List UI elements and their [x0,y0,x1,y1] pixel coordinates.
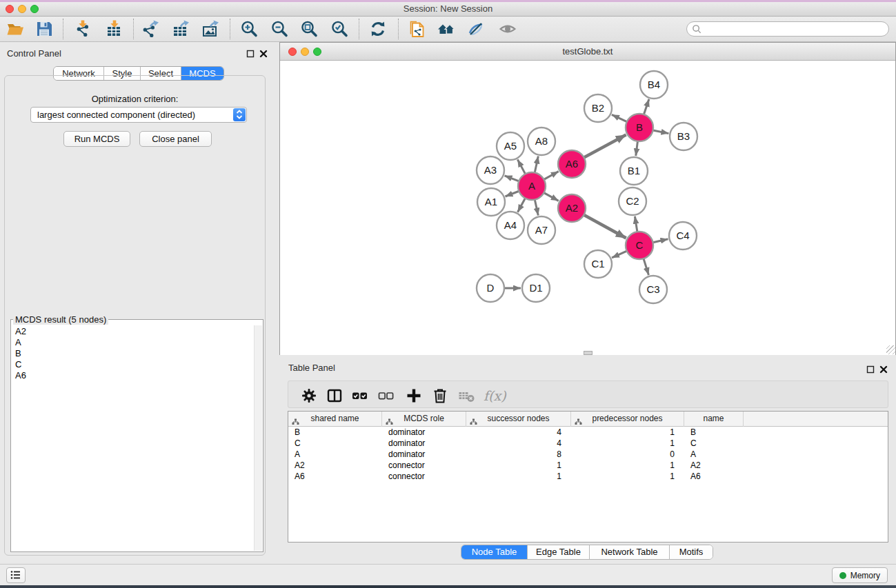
delete-columns-button[interactable] [432,387,448,404]
graph-node-A8[interactable]: A8 [528,128,555,155]
close-panel-button[interactable]: Close panel [139,131,212,147]
table-cell[interactable]: A6 [288,471,382,482]
graph-edge-B-B4[interactable] [644,99,649,114]
export-table-button[interactable] [172,20,190,38]
table-cell[interactable]: A6 [684,471,744,482]
graph-node-B3[interactable]: B3 [670,123,697,150]
tab-edge-table[interactable]: Edge Table [528,545,590,559]
graph-node-B[interactable]: B [626,114,653,141]
column-header-shared-name[interactable]: shared name [288,412,382,427]
table-cell[interactable]: A [288,449,382,460]
table-cell[interactable]: 1 [466,460,571,471]
graph-node-A1[interactable]: A1 [477,188,505,216]
open-file-button[interactable] [6,20,24,38]
graph-node-B2[interactable]: B2 [584,94,612,122]
zoom-in-button[interactable] [240,20,258,38]
graph-edge-B-B3[interactable] [653,130,669,134]
column-header-MCDS-role[interactable]: MCDS role [382,412,466,427]
graph-edge-A-A8[interactable] [535,156,538,173]
delete-table-button[interactable] [458,387,475,404]
mcds-result-item[interactable]: A2 [12,326,253,337]
show-hide-eye-button[interactable] [499,20,517,38]
table-cell[interactable]: 8 [466,449,571,460]
minimize-window-button[interactable] [18,5,26,13]
table-cell[interactable]: B [288,427,382,438]
network-canvas[interactable]: B4B2BB3A8A5A6A3B1AA1C2A2A4A7C4CC1DD1C3 [280,61,895,355]
table-cell[interactable]: 0 [571,449,684,460]
table-cell[interactable]: 1 [571,471,684,482]
zoom-fit-button[interactable] [300,20,318,38]
graph-node-C1[interactable]: C1 [584,250,612,278]
function-builder-button[interactable]: f(x) [484,387,500,404]
table-cell[interactable]: 4 [466,438,571,449]
import-table-button[interactable] [106,20,123,38]
table-row[interactable]: Bdominator41B [288,427,888,438]
run-mcds-button[interactable]: Run MCDS [63,131,130,147]
zoom-selected-button[interactable] [330,20,348,38]
criterion-dropdown[interactable]: largest connected component (directed) [30,107,247,123]
graph-edge-C-C4[interactable] [653,239,668,243]
toggle-graphics-details-button[interactable] [467,20,485,38]
search-input[interactable] [705,23,884,35]
graph-edge-A-A2[interactable] [544,193,559,201]
table-cell[interactable]: connector [382,471,466,482]
export-image-button[interactable] [201,20,219,38]
tab-node-table[interactable]: Node Table [461,545,528,559]
table-cell[interactable]: A [684,449,744,460]
search-field[interactable] [686,21,889,37]
graph-node-A2[interactable]: A2 [558,194,586,222]
graph-edge-A-A1[interactable] [505,191,519,196]
select-all-checkboxes-button[interactable] [352,387,368,404]
mcds-result-item[interactable]: A6 [12,370,253,381]
tab-motifs[interactable]: Motifs [670,545,713,559]
zoom-network-window-button[interactable] [313,48,321,56]
graph-edge-C-C3[interactable] [644,258,648,275]
table-row[interactable]: Adominator80A [288,449,888,460]
table-cell[interactable]: 1 [571,460,684,471]
table-cell[interactable]: A2 [288,460,382,471]
refresh-button[interactable] [369,20,387,38]
mcds-result-item[interactable]: A [12,337,253,348]
settings-gear-button[interactable] [301,387,317,404]
task-history-button[interactable] [6,567,26,583]
table-cell[interactable]: C [288,438,382,449]
column-header-predecessor-nodes[interactable]: predecessor nodes [571,412,684,427]
graph-edge-B-B2[interactable] [612,114,627,121]
close-window-button[interactable] [6,5,14,13]
table-row[interactable]: Cdominator41C [288,438,888,449]
close-panel-icon[interactable] [259,50,268,58]
table-cell[interactable]: dominator [382,438,466,449]
graph-node-A7[interactable]: A7 [528,216,555,244]
split-table-button[interactable] [326,387,343,404]
graph-node-D[interactable]: D [477,274,504,302]
graph-node-B4[interactable]: B4 [640,71,668,99]
column-header-name[interactable]: name [684,412,744,427]
mcds-result-item[interactable]: B [12,348,253,359]
float-table-panel-icon[interactable] [866,365,875,374]
graph-node-A5[interactable]: A5 [497,132,524,160]
graph-edge-A2-C[interactable] [584,215,626,239]
deselect-all-checkboxes-button[interactable] [378,387,395,404]
table-cell[interactable]: dominator [382,449,466,460]
table-cell[interactable]: B [684,427,744,438]
graph-node-C3[interactable]: C3 [639,276,667,303]
table-cell[interactable]: A2 [684,460,744,471]
graph-edge-A-A5[interactable] [517,159,525,174]
graph-node-C[interactable]: C [626,232,653,259]
import-network-button[interactable] [74,20,92,38]
table-cell[interactable]: 1 [571,427,684,438]
export-network-button[interactable] [141,20,159,38]
graph-node-B1[interactable]: B1 [620,157,648,185]
column-header-successor-nodes[interactable]: successor nodes [466,412,571,427]
memory-button[interactable]: Memory [832,567,888,583]
new-network-from-selection-button[interactable] [408,20,426,38]
window-resize-grip[interactable] [584,351,593,355]
minimize-network-window-button[interactable] [301,48,309,56]
mcds-result-item[interactable]: C [12,359,253,370]
graph-node-D1[interactable]: D1 [522,274,550,302]
graph-node-C4[interactable]: C4 [669,222,697,250]
add-column-button[interactable] [406,387,422,404]
table-cell[interactable]: 1 [571,438,684,449]
graph-edge-C-C1[interactable] [612,251,627,258]
table-cell[interactable]: 4 [466,427,571,438]
